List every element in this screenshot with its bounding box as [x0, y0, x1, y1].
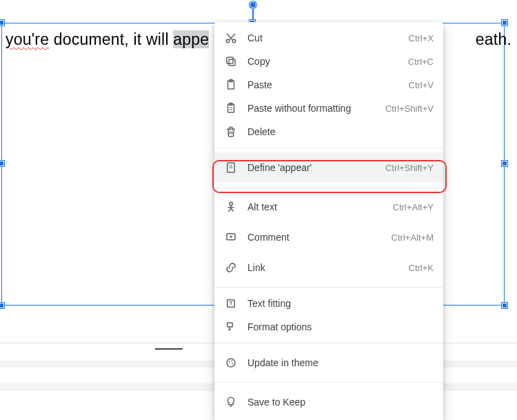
menu-separator [214, 287, 443, 288]
menu-separator [214, 343, 443, 343]
menu-item-label: Save to Keep [247, 397, 434, 408]
menu-item-label: Update in theme [247, 357, 434, 368]
svg-point-0 [226, 39, 230, 43]
menu-item-shortcut: Ctrl+V [409, 80, 434, 90]
resize-handle-top-left[interactable] [0, 20, 4, 26]
menu-item-label: Alt text [247, 201, 393, 212]
menu-item-label: Paste [247, 79, 409, 90]
copy-icon [224, 54, 238, 68]
menu-item-shortcut: Ctrl+K [409, 263, 434, 273]
menu-item-shortcut: Ctrl+X [409, 33, 434, 43]
menu-item-shortcut: Ctrl+Alt+M [392, 232, 434, 243]
text-fitting-icon [224, 297, 238, 310]
menu-item-shortcut: Ctrl+Shift+V [385, 103, 434, 114]
menu-item-label: Define 'appear' [247, 162, 385, 173]
svg-rect-2 [229, 59, 235, 66]
svg-point-15 [232, 360, 233, 361]
theme-icon [224, 356, 238, 370]
svg-point-9 [230, 202, 233, 206]
menu-item-label: Paste without formatting [247, 103, 385, 114]
alt-text-icon [224, 200, 238, 214]
selected-text: appe [173, 30, 209, 48]
keep-icon [224, 395, 238, 409]
text-fragment: document, it will [49, 30, 173, 48]
menu-item-text-fitting[interactable]: Text fitting [214, 292, 443, 315]
svg-point-16 [232, 363, 233, 365]
menu-item-label: Link [247, 262, 409, 273]
menu-item-link[interactable]: Link Ctrl+K [214, 252, 443, 283]
menu-item-paste[interactable]: Paste Ctrl+V [214, 73, 443, 97]
svg-rect-3 [227, 57, 233, 63]
rotate-handle[interactable] [250, 1, 256, 8]
comment-icon [224, 230, 238, 244]
ruler-indent-mark [155, 348, 183, 350]
menu-item-alt-text[interactable]: Alt text Ctrl+Alt+Y [214, 192, 443, 222]
menu-item-comment[interactable]: Comment Ctrl+Alt+M [214, 222, 443, 252]
menu-item-label: Copy [247, 56, 408, 67]
paste-plain-icon [224, 101, 238, 115]
menu-item-shortcut: Ctrl+Alt+Y [393, 202, 434, 212]
menu-item-label: Delete [247, 126, 434, 137]
menu-item-label: Comment [247, 232, 392, 243]
svg-point-1 [232, 39, 236, 43]
menu-item-label: Text fitting [247, 298, 434, 309]
cut-icon [224, 31, 238, 45]
rotate-handle-stem [252, 7, 254, 21]
svg-point-14 [229, 361, 230, 363]
document-text-line[interactable]: you're document, it will appe [6, 30, 209, 49]
spelling-error-word: you're [6, 30, 49, 48]
paste-icon [224, 78, 238, 92]
menu-item-shortcut: Ctrl+Shift+Y [385, 163, 434, 173]
delete-icon [224, 125, 238, 139]
menu-item-copy[interactable]: Copy Ctrl+C [214, 50, 443, 73]
text-fragment: eath. [476, 30, 511, 48]
menu-item-paste-without-formatting[interactable]: Paste without formatting Ctrl+Shift+V [214, 97, 443, 120]
menu-separator [214, 148, 443, 148]
resize-handle-bottom-left[interactable] [0, 303, 4, 308]
menu-item-label: Format options [247, 321, 434, 332]
svg-rect-12 [227, 323, 233, 327]
menu-item-shortcut: Ctrl+C [408, 57, 434, 67]
menu-item-format-options[interactable]: Format options [214, 315, 443, 339]
resize-handle-middle-right[interactable] [502, 161, 507, 166]
menu-item-label: Cut [247, 32, 409, 43]
resize-handle-top-right[interactable] [502, 20, 507, 26]
menu-item-delete[interactable]: Delete [214, 120, 443, 143]
document-text-line-right[interactable]: eath. [476, 30, 511, 49]
menu-item-save-to-keep[interactable]: Save to Keep [214, 387, 443, 417]
format-options-icon [224, 320, 238, 334]
context-menu: Cut Ctrl+X Copy Ctrl+C Paste Ctrl+V [214, 22, 443, 420]
menu-item-cut[interactable]: Cut Ctrl+X [214, 26, 443, 50]
menu-separator [214, 382, 443, 383]
menu-separator [214, 187, 443, 188]
dictionary-icon [224, 161, 238, 174]
menu-item-update-theme[interactable]: Update in theme [214, 348, 443, 378]
resize-handle-middle-left[interactable] [0, 161, 4, 166]
resize-handle-bottom-right[interactable] [502, 303, 507, 308]
link-icon [224, 261, 238, 274]
menu-item-define[interactable]: Define 'appear' Ctrl+Shift+Y [214, 152, 443, 183]
svg-point-13 [227, 359, 235, 367]
